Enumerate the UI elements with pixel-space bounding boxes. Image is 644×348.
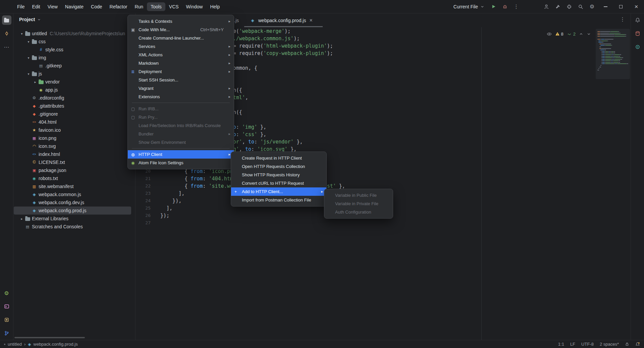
- tree-item-site-webmanifest[interactable]: ▥site.webmanifest: [14, 182, 131, 190]
- chevron-down-icon[interactable]: ▾: [26, 40, 31, 44]
- chevron-down-icon[interactable]: ▾: [26, 72, 31, 76]
- line-number[interactable]: 26: [136, 212, 151, 219]
- status-widget-1-1[interactable]: 1:1: [558, 342, 564, 347]
- tree-item-icon-png[interactable]: ▦icon.png: [14, 134, 131, 142]
- breadcrumb-project[interactable]: untitled: [8, 342, 22, 347]
- services-tool-window-icon[interactable]: [2, 315, 11, 325]
- menu-item-tasks-contexts[interactable]: Tasks & Contexts▸: [128, 17, 234, 25]
- line-number[interactable]: 22: [136, 182, 151, 190]
- menu-window[interactable]: Window: [182, 2, 207, 11]
- line-number[interactable]: 21: [136, 175, 151, 182]
- tree-item-style-css[interactable]: #style.css: [14, 46, 131, 54]
- menu-item-add-to-http-client[interactable]: +Add to HTTP Client...▸: [231, 187, 326, 196]
- menu-tools[interactable]: Tools: [147, 2, 165, 11]
- menu-item-http-client[interactable]: ◍HTTP Client▸: [128, 150, 234, 159]
- line-number[interactable]: 24: [136, 197, 151, 205]
- editor-tab-webpack-config-prod-js[interactable]: ◈webpack.config.prod.js×: [244, 13, 323, 27]
- tree-item-package-json[interactable]: ▣package.json: [14, 166, 131, 174]
- status-widget-2-spaces[interactable]: 2 spaces*: [600, 342, 619, 347]
- tree-item-license-txt[interactable]: ©LICENSE.txt: [14, 158, 131, 166]
- menu-item-import-from-postman-collection-file[interactable]: Import from Postman Collection File: [231, 196, 326, 204]
- build-hammer-icon[interactable]: [552, 0, 564, 13]
- menu-edit[interactable]: Edit: [29, 2, 44, 11]
- commit-tool-window-icon[interactable]: [2, 29, 11, 38]
- menu-item-create-request-in-http-client[interactable]: Create Request in HTTP Client: [231, 154, 326, 162]
- search-everywhere-icon[interactable]: [575, 0, 586, 13]
- menu-item-atom-file-icon-settings[interactable]: ◉Atom File Icon Settings: [128, 159, 234, 167]
- tree-item-robots-txt[interactable]: ◉robots.txt: [14, 174, 131, 182]
- close-button[interactable]: ×: [629, 0, 644, 13]
- terminal-tool-window-icon[interactable]: [2, 302, 11, 311]
- previous-problem-icon[interactable]: [579, 32, 583, 36]
- tree-item-vendor[interactable]: ▸vendor: [14, 78, 131, 86]
- more-tool-windows-icon[interactable]: ⋯: [2, 42, 11, 52]
- code-line[interactable]: });: [160, 212, 345, 219]
- code-line[interactable]: [160, 219, 345, 227]
- menu-item-deployment[interactable]: ≣Deployment▸: [128, 67, 234, 76]
- minimize-button[interactable]: [598, 0, 613, 13]
- tree-item-webpack-config-dev-js[interactable]: ◈webpack.config.dev.js: [14, 198, 131, 207]
- tree-item-favicon-ico[interactable]: ★favicon.ico: [14, 126, 131, 134]
- horizontal-scrollbar[interactable]: [14, 337, 85, 338]
- project-tool-window-icon[interactable]: [2, 15, 11, 25]
- tree-item-scratches-and-consoles[interactable]: ▤Scratches and Consoles: [14, 223, 131, 231]
- ai-assistant-icon[interactable]: [633, 42, 642, 52]
- maximize-button[interactable]: [613, 0, 629, 13]
- menu-item-vagrant[interactable]: Vagrant▸: [128, 84, 234, 93]
- run-configuration-selector[interactable]: Current File: [450, 4, 488, 9]
- menu-file[interactable]: File: [13, 2, 29, 11]
- tree-item-editorconfig[interactable]: ⚙.editorconfig: [14, 94, 131, 102]
- menu-item-show-http-requests-history[interactable]: Show HTTP Requests History: [231, 171, 326, 179]
- status-widget-lf[interactable]: LF: [570, 342, 575, 347]
- git-branch-icon[interactable]: [2, 329, 11, 338]
- menu-item-convert-curl-to-http-request[interactable]: Convert cURL to HTTP Request: [231, 179, 326, 187]
- chevron-right-icon[interactable]: ▸: [33, 80, 38, 84]
- tree-item-external-libraries[interactable]: ▸External Libraries: [14, 215, 131, 223]
- code-with-me-users-icon[interactable]: [541, 0, 552, 13]
- menu-code[interactable]: Code: [87, 2, 106, 11]
- line-number[interactable]: 23: [136, 190, 151, 197]
- menu-vcs[interactable]: VCS: [165, 2, 182, 11]
- next-problem-icon[interactable]: [587, 32, 591, 36]
- tree-item-webpack-config-prod-js[interactable]: ◈webpack.config.prod.js: [14, 207, 131, 215]
- tree-item-index-html[interactable]: <>index.html: [14, 150, 131, 158]
- typos-indicator[interactable]: 2: [567, 32, 576, 37]
- warnings-indicator[interactable]: 8: [555, 32, 564, 37]
- line-number[interactable]: 25: [136, 205, 151, 212]
- tree-item-icon-svg[interactable]: ◠icon.svg: [14, 142, 131, 150]
- settings-tool-icon[interactable]: ⚙: [2, 288, 11, 298]
- menu-item-markdown[interactable]: Markdown▸: [128, 59, 234, 67]
- tree-item-js[interactable]: ▾js: [14, 70, 131, 78]
- highlight-eye-icon[interactable]: [547, 32, 552, 37]
- inspections-widget[interactable]: 8 2: [544, 30, 594, 38]
- line-number[interactable]: 27: [136, 219, 151, 227]
- notifications-bell-icon[interactable]: [633, 15, 642, 25]
- status-widget-utf-8[interactable]: UTF-8: [581, 342, 594, 347]
- tree-item-gitattributes[interactable]: ◆.gitattributes: [14, 102, 131, 110]
- more-run-options-icon[interactable]: ⋮: [511, 0, 522, 13]
- menu-item-extensions[interactable]: Extensions▸: [128, 93, 234, 101]
- tree-item-css[interactable]: ▾css: [14, 38, 131, 46]
- menu-refactor[interactable]: Refactor: [106, 2, 131, 11]
- menu-item-code-with-me[interactable]: ▣Code With Me...Ctrl+Shift+Y: [128, 25, 234, 34]
- status-notifications-icon[interactable]: [635, 342, 640, 347]
- database-icon[interactable]: [633, 29, 642, 38]
- run-button[interactable]: [488, 0, 499, 13]
- menu-item-xml-actions[interactable]: XML Actions▸: [128, 51, 234, 59]
- lock-icon[interactable]: [625, 342, 629, 346]
- chevron-down-icon[interactable]: ▾: [26, 56, 31, 60]
- tree-item-untitled[interactable]: ▾untitledC:\Users\User\RubymineProjects\…: [14, 30, 131, 38]
- tree-item-webpack-common-js[interactable]: ◈webpack.common.js: [14, 190, 131, 198]
- menu-view[interactable]: View: [44, 2, 61, 11]
- menu-item-open-http-requests-collection[interactable]: Open HTTP Requests Collection: [231, 162, 326, 171]
- settings-gear-icon[interactable]: ⚙: [586, 0, 598, 13]
- tree-item-404-html[interactable]: <>404.html: [14, 118, 131, 126]
- chevron-right-icon[interactable]: ▸: [19, 217, 24, 221]
- menu-item-services[interactable]: Services▸: [128, 42, 234, 51]
- plugins-icon[interactable]: [564, 0, 575, 13]
- tree-item-img[interactable]: ▾img: [14, 54, 131, 62]
- menu-item-create-command-line-launcher[interactable]: Create Command-line Launcher...: [128, 34, 234, 42]
- tree-item-gitignore[interactable]: ◆.gitignore: [14, 110, 131, 118]
- menu-help[interactable]: Help: [206, 2, 223, 11]
- close-tab-icon[interactable]: ×: [309, 17, 312, 23]
